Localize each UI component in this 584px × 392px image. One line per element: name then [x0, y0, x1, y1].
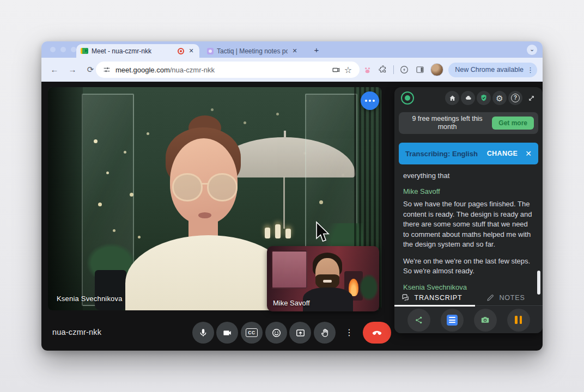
- tactiq-header: ⚙ ?: [394, 87, 543, 109]
- meet-page: Ksenia Svechnikova Mike Savoff: [41, 82, 543, 351]
- back-button[interactable]: ←: [47, 62, 62, 77]
- tab-title: Meet - nua-czmr-nkk: [92, 47, 174, 55]
- pip-window-bg: [271, 250, 307, 289]
- more-options-button[interactable]: ⋮: [338, 322, 360, 344]
- url-text: meet.google.com/nua-czmr-nkk: [115, 66, 215, 74]
- pip-body: [303, 287, 353, 311]
- present-screen-button[interactable]: [289, 322, 311, 344]
- cloud-backup-button[interactable]: [461, 91, 475, 105]
- meet-favicon-icon: [81, 48, 88, 54]
- end-call-button[interactable]: [363, 322, 391, 344]
- collapse-panel-button[interactable]: [524, 91, 538, 105]
- site-settings-icon[interactable]: [102, 65, 111, 74]
- notes-pencil-icon: [486, 293, 495, 302]
- extensions-puzzle-icon[interactable]: [378, 64, 388, 75]
- url-domain: meet.google.com: [115, 66, 170, 74]
- tab-transcript[interactable]: TRANSCRIPT: [394, 290, 469, 305]
- camera-in-use-icon[interactable]: [330, 64, 342, 76]
- pause-transcription-button[interactable]: [507, 309, 530, 332]
- update-pill-label: New Chrome available: [455, 66, 524, 74]
- privacy-shield-button[interactable]: [477, 91, 491, 105]
- tactiq-panel: ⚙ ? 9 free meetings left this month Get …: [394, 87, 543, 333]
- browser-window: Meet - nua-czmr-nkk ✕ Tactiq | Meeting n…: [41, 41, 543, 351]
- transcribing-banner: Transcribing: English CHANGE ✕: [399, 143, 538, 164]
- meeting-code-label: nua-czmr-nkk: [52, 328, 101, 336]
- bookmark-star-icon[interactable]: ☆: [342, 64, 354, 76]
- recording-indicator-icon: [178, 48, 184, 54]
- performance-icon[interactable]: [399, 64, 410, 75]
- side-panel-icon[interactable]: [415, 64, 425, 75]
- tactiq-actions: [394, 307, 543, 333]
- export-to-docs-button[interactable]: [441, 309, 464, 332]
- zoom-window-button[interactable]: [71, 47, 76, 52]
- collapse-icon: [527, 94, 536, 102]
- new-tab-button[interactable]: +: [311, 44, 323, 56]
- screenshot-button[interactable]: [474, 309, 497, 332]
- pink-extension-icon[interactable]: [362, 64, 373, 75]
- pip-smile: [323, 280, 332, 283]
- home-button[interactable]: [445, 91, 459, 105]
- get-more-button[interactable]: Get more: [492, 117, 534, 130]
- close-tab-icon[interactable]: ✕: [187, 47, 195, 54]
- tab-title: Tactiq | Meeting notes powe: [217, 47, 288, 55]
- participant-glasses: [172, 173, 243, 204]
- captions-button[interactable]: CC: [241, 322, 263, 344]
- pill-menu-icon[interactable]: ⋮: [527, 66, 534, 74]
- window-controls[interactable]: [50, 47, 76, 52]
- extensions-row: New Chrome available ⋮: [362, 62, 543, 78]
- desktop: Meet - nua-czmr-nkk ✕ Tactiq | Meeting n…: [0, 0, 584, 392]
- chrome-update-pill[interactable]: New Chrome available ⋮: [448, 63, 537, 77]
- participant-mouth: [198, 212, 211, 218]
- help-icon: ?: [511, 94, 520, 102]
- captions-icon: CC: [246, 328, 257, 337]
- plant-pot: [95, 270, 126, 310]
- tab-meet[interactable]: Meet - nua-czmr-nkk ✕: [76, 44, 199, 58]
- close-window-button[interactable]: [50, 47, 56, 52]
- help-button[interactable]: ?: [508, 91, 522, 105]
- forward-button[interactable]: →: [65, 62, 80, 77]
- change-language-button[interactable]: CHANGE: [487, 150, 518, 157]
- banner-close-icon[interactable]: ✕: [525, 149, 532, 158]
- share-button[interactable]: [407, 309, 430, 332]
- speaker-name: Mike Savoff: [403, 187, 533, 195]
- tab-search-button[interactable]: ⌄: [527, 45, 537, 55]
- camera-button[interactable]: [216, 322, 238, 344]
- tab-notes-label: NOTES: [499, 294, 525, 302]
- free-meetings-label: 9 free meetings left this month: [406, 115, 488, 131]
- google-docs-icon: [447, 315, 458, 326]
- chat-bubble-button[interactable]: [361, 91, 379, 110]
- pip-name-label: Mike Savoff: [273, 299, 310, 307]
- browser-toolbar: ← → ⟳ meet.google.com/nua-czmr-nkk ☆ New…: [41, 58, 543, 82]
- pause-icon: [515, 316, 522, 324]
- pip-plant: [360, 274, 378, 301]
- emoji-icon: [271, 328, 282, 338]
- address-bar[interactable]: meet.google.com/nua-czmr-nkk ☆: [96, 62, 360, 78]
- transcript-paragraph: So we have the four pages finished. The …: [403, 199, 533, 250]
- transcript-paragraph: We're on the we're on the last few steps…: [403, 256, 533, 277]
- settings-button[interactable]: ⚙: [492, 91, 507, 105]
- tab-notes[interactable]: NOTES: [469, 290, 543, 305]
- more-options-icon: ⋮: [345, 328, 354, 337]
- minimize-window-button[interactable]: [60, 47, 66, 52]
- meet-control-bar: nua-czmr-nkk CC: [41, 314, 394, 351]
- shield-check-icon: [479, 94, 488, 102]
- microphone-icon: [198, 328, 208, 338]
- umbrella-pole: [283, 176, 285, 229]
- tab-tactiq[interactable]: Tactiq | Meeting notes powe ✕: [203, 44, 303, 58]
- profile-avatar[interactable]: [430, 63, 443, 76]
- screenshot-camera-icon: [480, 315, 490, 325]
- hand-icon: [320, 328, 330, 338]
- reactions-button[interactable]: [265, 322, 287, 344]
- present-icon: [295, 328, 306, 338]
- participant-name-label: Ksenia Svechnikova: [57, 295, 123, 303]
- pip-video-tile[interactable]: Mike Savoff: [267, 246, 379, 311]
- raise-hand-button[interactable]: [314, 322, 336, 344]
- close-tab-icon[interactable]: ✕: [291, 47, 299, 54]
- microphone-button[interactable]: [192, 322, 214, 344]
- end-call-icon: [371, 327, 383, 339]
- tactiq-tabs: TRANSCRIPT NOTES: [394, 290, 543, 306]
- transcribing-label: Transcribing: English: [405, 150, 478, 158]
- tactiq-favicon-icon: [207, 48, 214, 54]
- camera-icon: [222, 328, 233, 338]
- transcript-list[interactable]: everything that Mike Savoff So we have t…: [394, 167, 543, 290]
